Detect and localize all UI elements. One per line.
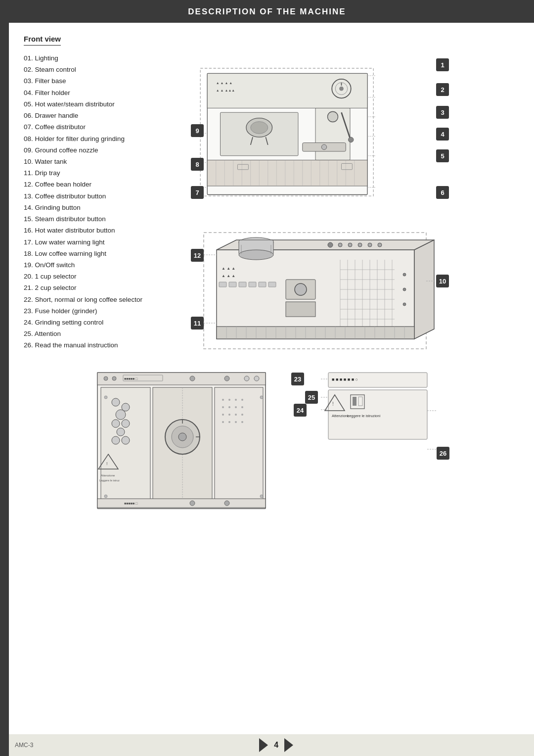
badge-9: 9 bbox=[191, 124, 204, 137]
list-item: 06. Drawer handle bbox=[24, 110, 177, 121]
main-section: 01. Lighting02. Steam control03. Filter … bbox=[24, 52, 519, 355]
svg-point-166 bbox=[224, 501, 229, 506]
list-item: 07. Coffee distributor bbox=[24, 121, 177, 133]
svg-point-152 bbox=[228, 406, 230, 408]
list-item: 21. 2 cup selector bbox=[24, 282, 177, 293]
svg-point-124 bbox=[244, 376, 249, 381]
list-item: 26. Read the manual instruction bbox=[24, 339, 177, 351]
badge-11: 11 bbox=[191, 317, 204, 330]
svg-rect-74 bbox=[286, 302, 315, 317]
svg-point-59 bbox=[338, 243, 342, 247]
svg-rect-68 bbox=[239, 282, 246, 287]
footer-arrow-right-icon bbox=[284, 738, 293, 752]
list-item: 15. Steam distributor button bbox=[24, 213, 177, 225]
page-title: DESCRIPTION OF THE MACHINE bbox=[0, 0, 534, 23]
svg-point-143 bbox=[178, 433, 186, 441]
svg-point-155 bbox=[222, 414, 224, 416]
svg-point-134 bbox=[122, 436, 130, 444]
svg-point-73 bbox=[295, 284, 307, 295]
list-item: 10. Water tank bbox=[24, 156, 177, 167]
badge-8: 8 bbox=[191, 158, 204, 171]
svg-point-148 bbox=[228, 399, 230, 401]
list-item: 01. Lighting bbox=[24, 52, 177, 64]
svg-text:■■■■■ □: ■■■■■ □ bbox=[124, 377, 138, 380]
svg-rect-71 bbox=[268, 282, 276, 287]
svg-rect-146 bbox=[215, 387, 263, 504]
svg-point-127 bbox=[112, 398, 120, 406]
bottom-left-diagram: ■■■■■ □ bbox=[93, 370, 286, 515]
svg-point-90 bbox=[403, 273, 406, 276]
list-item: 23. Fuse holder (grinder) bbox=[24, 305, 177, 317]
list-item: 02. Steam control bbox=[24, 64, 177, 75]
svg-point-62 bbox=[368, 243, 372, 247]
footer-arrow-icon bbox=[259, 738, 268, 752]
svg-point-133 bbox=[112, 436, 120, 444]
bottom-right-diagram: 23 25 24 26 ■ ■ ■ ■ ■ ■ ○ bbox=[291, 370, 449, 515]
svg-text:Attenzione: Attenzione bbox=[101, 474, 115, 477]
list-item: 20. 1 cup selector bbox=[24, 271, 177, 282]
svg-text:▲ ▲ ▲: ▲ ▲ ▲ bbox=[222, 266, 235, 271]
badge-26: 26 bbox=[437, 447, 449, 460]
svg-point-60 bbox=[348, 243, 352, 247]
svg-point-11 bbox=[251, 122, 268, 134]
svg-point-160 bbox=[228, 421, 230, 423]
list-item: 17. Low water warning light bbox=[24, 236, 177, 248]
list-item: 25. Attention bbox=[24, 328, 177, 339]
svg-point-14 bbox=[349, 137, 354, 142]
section-title: Front view bbox=[24, 35, 61, 46]
diagrams-section: 9 8 7 1 2 3 4 5 6 bbox=[177, 52, 454, 355]
svg-point-91 bbox=[403, 288, 406, 291]
svg-point-168 bbox=[104, 495, 107, 498]
list-item: 04. Filter holder bbox=[24, 87, 177, 98]
svg-point-118 bbox=[104, 377, 108, 380]
svg-point-7 bbox=[339, 87, 344, 91]
svg-point-130 bbox=[112, 420, 120, 427]
badge-12: 12 bbox=[191, 249, 204, 262]
svg-point-167 bbox=[104, 396, 107, 399]
list-item: 14. Grinding button bbox=[24, 202, 177, 213]
badge-6: 6 bbox=[436, 186, 449, 199]
svg-marker-52 bbox=[414, 240, 434, 339]
svg-point-157 bbox=[235, 414, 237, 416]
svg-point-154 bbox=[241, 406, 243, 408]
svg-point-149 bbox=[235, 399, 237, 401]
svg-point-153 bbox=[235, 406, 237, 408]
badge-23: 23 bbox=[291, 373, 304, 385]
svg-point-158 bbox=[241, 414, 243, 416]
svg-rect-163 bbox=[97, 499, 266, 508]
list-item: 11. Drip tray bbox=[24, 167, 177, 179]
list-item: 18. Low coffee warning light bbox=[24, 248, 177, 259]
badge-7: 7 bbox=[191, 186, 204, 199]
badge-1: 1 bbox=[436, 58, 449, 71]
list-item: 03. Filter base bbox=[24, 75, 177, 87]
svg-rect-69 bbox=[249, 282, 256, 287]
badge-2: 2 bbox=[436, 83, 449, 96]
list-item: 22. Short, normal or long coffee selecto… bbox=[24, 294, 177, 305]
items-list: 01. Lighting02. Steam control03. Filter … bbox=[24, 52, 177, 355]
list-item: 05. Hot water/steam distributor bbox=[24, 98, 177, 110]
list-item: 16. Hot water distributor button bbox=[24, 225, 177, 236]
top-diagram-wrapper: 9 8 7 1 2 3 4 5 6 bbox=[177, 52, 449, 217]
list-item: 19. On/Off switch bbox=[24, 259, 177, 271]
badge-24: 24 bbox=[294, 404, 307, 417]
svg-point-131 bbox=[122, 420, 130, 427]
svg-text:▲ ▲ ▲▲▲: ▲ ▲ ▲▲▲ bbox=[216, 89, 235, 92]
svg-text:■■■■■ □: ■■■■■ □ bbox=[124, 502, 138, 505]
svg-point-58 bbox=[328, 242, 333, 247]
svg-point-169 bbox=[260, 396, 263, 399]
svg-text:!: ! bbox=[332, 401, 334, 407]
content-area: Front view 01. Lighting02. Steam control… bbox=[9, 23, 534, 530]
svg-text:■ ■ ■ ■ ■ ■  ○: ■ ■ ■ ■ ■ ■ ○ bbox=[332, 377, 358, 382]
badge-10: 10 bbox=[436, 275, 449, 287]
svg-point-151 bbox=[222, 406, 224, 408]
svg-rect-70 bbox=[259, 282, 266, 287]
svg-text:Leggere le istruzioni: Leggere le istruzioni bbox=[347, 414, 380, 418]
svg-point-162 bbox=[241, 421, 243, 423]
svg-text:▲ ▲ ▲ ▲: ▲ ▲ ▲ ▲ bbox=[216, 81, 233, 85]
badge-4: 4 bbox=[436, 128, 449, 141]
svg-point-122 bbox=[190, 376, 195, 381]
svg-point-48 bbox=[321, 144, 327, 150]
footer-page-number: 4 bbox=[274, 741, 278, 750]
svg-point-129 bbox=[116, 410, 126, 420]
svg-point-159 bbox=[222, 421, 224, 423]
